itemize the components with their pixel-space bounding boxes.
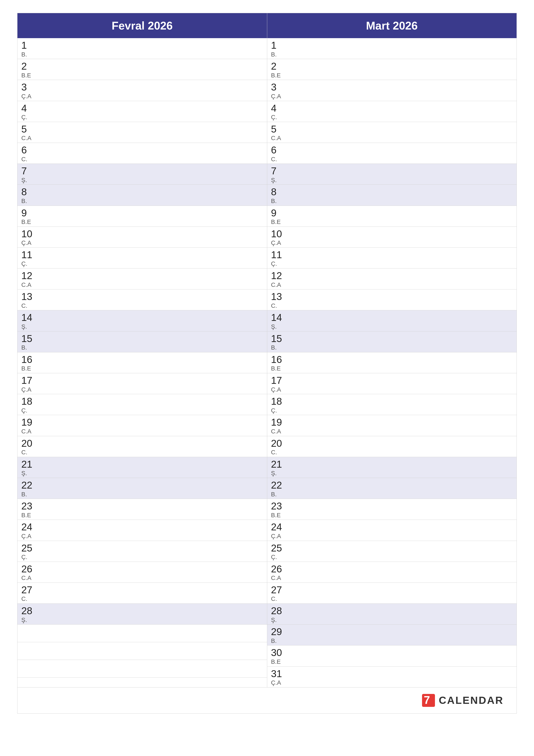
day-content	[287, 457, 517, 478]
day-number-block: 17Ç.A	[17, 373, 37, 394]
day-content	[37, 143, 267, 164]
calendar-body: 1B.2B.E3Ç.A4Ç.5C.A6C.7Ş.8B.9B.E10Ç.A11Ç.…	[17, 38, 517, 687]
day-number: 23	[271, 500, 283, 512]
logo-area: 7 CALENDAR	[421, 693, 504, 707]
day-row: 17Ç.A	[17, 373, 267, 394]
day-abbr: Ç.	[271, 114, 283, 121]
day-content	[37, 562, 267, 582]
day-content	[37, 520, 267, 540]
day-content	[37, 310, 267, 331]
day-abbr: B.E	[21, 72, 33, 79]
day-number: 14	[21, 312, 33, 323]
day-number: 6	[271, 145, 283, 156]
day-content	[287, 436, 517, 457]
day-content	[37, 80, 267, 101]
day-row: 7Ş.	[17, 164, 267, 185]
day-content	[37, 373, 267, 394]
day-abbr: C.A	[271, 574, 283, 582]
day-abbr: Ç.	[21, 260, 33, 267]
day-number-block: 9B.E	[267, 206, 287, 227]
day-number: 14	[271, 312, 283, 323]
day-abbr: C.A	[21, 574, 33, 582]
day-content	[37, 38, 267, 59]
february-header: Fevral 2026	[17, 13, 267, 38]
day-number-block: 2B.E	[267, 59, 287, 80]
day-content	[287, 478, 517, 499]
day-row: 23B.E	[267, 499, 517, 520]
day-row: 20C.	[267, 436, 517, 457]
day-row: 15B.	[267, 332, 517, 352]
day-row: 31Ç.A	[267, 666, 517, 687]
day-abbr: Ş.	[271, 616, 283, 624]
day-number: 22	[271, 480, 283, 491]
day-number: 27	[271, 584, 283, 595]
day-abbr: C.	[271, 595, 283, 603]
day-content	[287, 666, 517, 687]
day-number-block: 10Ç.A	[17, 227, 37, 247]
day-number-block: 5C.A	[267, 122, 287, 143]
day-abbr: Ç.	[271, 260, 283, 267]
day-row: 11Ç.	[17, 248, 267, 269]
day-abbr: C.A	[21, 428, 33, 435]
empty-day-row	[17, 625, 267, 642]
day-number-block: 27C.	[267, 583, 287, 604]
day-number: 22	[21, 480, 33, 491]
day-abbr: Ç.	[21, 114, 33, 121]
day-content	[37, 352, 267, 373]
day-abbr: Ş.	[271, 176, 283, 184]
day-number: 19	[21, 417, 33, 428]
day-row: 12C.A	[17, 269, 267, 289]
day-row: 13C.	[17, 289, 267, 310]
logo-text: CALENDAR	[439, 694, 504, 706]
day-abbr: B.E	[271, 512, 283, 519]
day-abbr: Ç.A	[271, 239, 283, 247]
day-content	[37, 499, 267, 520]
day-row: 24Ç.A	[17, 520, 267, 541]
day-number-block: 9B.E	[17, 206, 37, 227]
day-number: 9	[271, 207, 283, 219]
day-number: 10	[21, 229, 33, 239]
day-number-block: 20C.	[267, 436, 287, 457]
day-content	[287, 604, 517, 624]
february-column: 1B.2B.E3Ç.A4Ç.5C.A6C.7Ş.8B.9B.E10Ç.A11Ç.…	[17, 38, 267, 687]
day-row: 27C.	[267, 583, 517, 604]
day-number-block: 2B.E	[17, 59, 37, 80]
day-row: 21Ş.	[17, 457, 267, 478]
day-abbr: B.E	[271, 365, 283, 372]
day-number: 13	[271, 291, 283, 302]
day-number-block: 19C.A	[267, 415, 287, 436]
calendar-header: Fevral 2026 Mart 2026	[17, 13, 517, 38]
day-row: 21Ş.	[267, 457, 517, 478]
day-content	[287, 80, 517, 101]
day-number-block: 23B.E	[17, 499, 37, 520]
day-row: 28Ş.	[17, 604, 267, 625]
day-number: 28	[271, 606, 283, 616]
day-number: 2	[271, 61, 283, 72]
day-abbr: B.	[271, 491, 283, 498]
day-abbr: B.	[21, 198, 33, 205]
day-row: 6C.	[267, 143, 517, 164]
day-content	[287, 499, 517, 520]
day-content	[37, 227, 267, 247]
day-number: 31	[271, 668, 283, 679]
empty-day-row	[17, 642, 267, 660]
day-number-block: 29B.	[267, 625, 287, 645]
day-number-block: 8B.	[267, 185, 287, 205]
day-abbr: Ş.	[21, 176, 33, 184]
day-row: 15B.	[17, 332, 267, 352]
day-row: 19C.A	[267, 415, 517, 436]
day-number-block: 24Ç.A	[17, 520, 37, 540]
day-abbr: C.	[271, 156, 283, 163]
day-number: 25	[271, 543, 283, 554]
day-number: 20	[21, 438, 33, 449]
day-abbr: B.	[21, 344, 33, 351]
day-content	[37, 289, 267, 310]
day-number: 2	[21, 61, 33, 72]
day-number-block: 15B.	[267, 332, 287, 352]
day-row: 24Ç.A	[267, 520, 517, 541]
day-number-block: 4Ç.	[17, 101, 37, 122]
day-abbr: Ç.	[271, 554, 283, 561]
day-row: 16B.E	[17, 352, 267, 373]
day-number: 26	[21, 564, 33, 575]
day-number-block: 28Ş.	[267, 604, 287, 624]
